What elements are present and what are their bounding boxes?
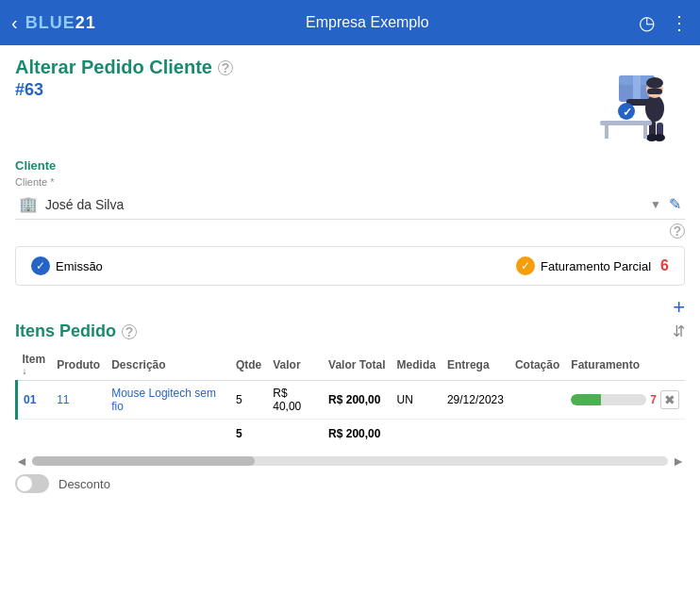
items-title: Itens Pedido ? [15,322,137,341]
client-field-label: Cliente * [15,176,685,188]
items-section-header: Itens Pedido ? ⇵ [15,322,685,341]
emissao-label: Emissão [56,259,103,273]
progress-fill [571,394,601,405]
cell-produto: 11 [51,381,106,420]
sort-icon[interactable]: ⇵ [673,322,685,340]
edit-icon[interactable]: ✎ [669,195,681,213]
svg-rect-16 [643,125,647,139]
page-title-text: Alterar Pedido Cliente [15,57,212,78]
toggle-thumb [17,476,32,491]
more-menu-icon[interactable]: ⋮ [670,11,689,34]
total-empty1 [51,420,106,449]
scroll-left-button[interactable]: ◄ [15,454,28,469]
faturamento-number: 6 [660,257,669,274]
page-title: Alterar Pedido Cliente ? [15,57,233,78]
col-cotacao: Cotação [509,349,565,381]
items-table: Item ↓ Produto Descrição Qtde Valor Valo… [15,349,685,448]
main-content: Alterar Pedido Cliente ? #63 [0,45,700,594]
add-item-button[interactable]: + [673,297,685,318]
back-button[interactable]: ‹ [11,12,18,34]
col-item: Item ↓ [17,349,52,381]
desconto-label: Desconto [58,477,110,491]
total-empty6 [509,420,565,449]
add-row: + [15,293,685,322]
desconto-row: Desconto [15,474,685,493]
scroll-right-button[interactable]: ► [672,454,685,469]
illustration: ✓ [572,57,685,151]
illustration-svg: ✓ [572,57,685,151]
total-label [17,420,52,449]
cell-entrega: 29/12/2023 [442,381,509,420]
title-row: Alterar Pedido Cliente ? #63 [15,57,685,151]
emissao-check: ✓ [31,256,50,275]
col-entrega: Entrega [442,349,509,381]
cell-faturamento: 7 ✖ [565,381,685,420]
faturamento-progress [571,394,646,405]
cell-descricao: Mouse Logitech sem fio [106,381,230,420]
dropdown-arrow-icon[interactable]: ▼ [650,198,661,211]
col-qtde: Qtde [230,349,267,381]
title-help-icon[interactable]: ? [218,60,233,75]
desconto-toggle[interactable] [15,474,49,493]
field-help-icon[interactable]: ? [670,223,685,239]
delete-row-button[interactable]: ✖ [660,390,679,409]
app-header: ‹ BLUE21 Empresa Exemplo ◷ ⋮ [0,0,700,45]
faturamento-check: ✓ [516,256,535,275]
header-right: ◷ ⋮ [639,11,689,34]
client-section-label: Cliente [15,158,685,173]
cell-item: 01 [17,381,52,420]
faturamento-row-number: 7 [650,393,657,406]
items-help-icon[interactable]: ? [122,324,137,339]
col-medida: Medida [392,349,442,381]
col-valor: Valor [267,349,323,381]
faturamento-status: ✓ Faturamento Parcial 6 [516,256,669,275]
svg-rect-15 [605,125,608,139]
logo-text: BLUE21 [25,13,96,33]
client-field: 🏢 José da Silva ▼ ✎ [15,190,685,220]
client-name: José da Silva [45,197,642,212]
total-qtde: 5 [230,420,267,449]
scrollbar-thumb[interactable] [32,456,255,466]
svg-rect-2 [633,75,641,102]
cell-cotacao [509,381,565,420]
svg-rect-6 [647,89,662,94]
cell-medida: UN [392,381,442,420]
col-valor-total: Valor Total [323,349,391,381]
order-number: #63 [15,80,233,100]
svg-point-11 [654,134,665,141]
total-empty5 [442,420,509,449]
header-title: Empresa Exemplo [96,14,639,31]
help-icon-row: ? [15,223,685,239]
history-icon[interactable]: ◷ [639,11,655,34]
total-valor: R$ 200,00 [323,420,391,449]
total-empty3 [267,420,323,449]
faturamento-label: Faturamento Parcial [541,259,651,273]
status-bar: ✓ Emissão ✓ Faturamento Parcial 6 [15,246,685,286]
total-empty2 [106,420,230,449]
logo: BLUE21 [25,13,96,33]
cell-qtde: 5 [230,381,267,420]
title-left: Alterar Pedido Cliente ? #63 [15,57,233,100]
table-total-row: 5 R$ 200,00 [17,420,686,449]
svg-point-5 [646,77,663,89]
scrollbar-track[interactable] [32,456,668,466]
col-faturamento: Faturamento [565,349,685,381]
col-descricao: Descrição [106,349,230,381]
table-row: 01 11 Mouse Logitech sem fio 5 R$ 40,00 … [17,381,686,420]
col-produto: Produto [51,349,106,381]
building-icon: 🏢 [19,195,38,213]
table-header-row: Item ↓ Produto Descrição Qtde Valor Valo… [17,349,686,381]
emissao-status: ✓ Emissão [31,256,103,275]
svg-text:✓: ✓ [623,106,632,119]
cell-valor-total: R$ 200,00 [323,381,391,420]
items-title-text: Itens Pedido [15,322,116,341]
total-empty7 [565,420,685,449]
svg-rect-14 [600,121,652,125]
horizontal-scrollbar-row: ◄ ► [15,454,685,469]
cell-valor: R$ 40,00 [267,381,323,420]
total-empty4 [392,420,442,449]
header-left: ‹ BLUE21 [11,12,96,34]
